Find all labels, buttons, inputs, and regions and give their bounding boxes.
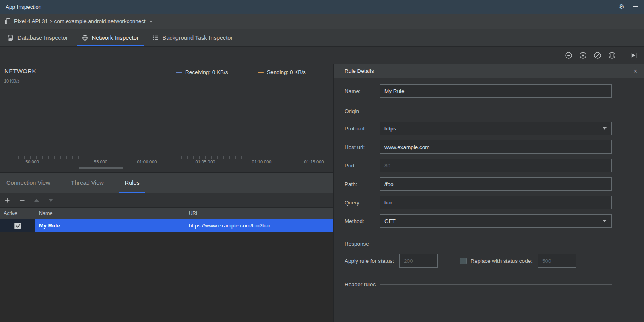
port-label: Port: xyxy=(345,163,380,169)
apply-status-label: Apply rule for status: xyxy=(345,258,394,264)
legend-receiving: Receiving: 0 KB/s xyxy=(176,69,228,75)
protocol-label: Protocol: xyxy=(345,126,380,132)
move-up-icon[interactable] xyxy=(34,199,39,202)
rule-name-cell[interactable]: My Rule xyxy=(35,219,185,232)
task-list-icon xyxy=(153,35,159,41)
rule-active-cell xyxy=(0,219,35,232)
timeline-scrollbar-thumb[interactable] xyxy=(79,167,123,169)
origin-section-label: Origin xyxy=(345,108,359,114)
device-process-bar: Pixel 4 API 31 > com.example.android.net… xyxy=(0,14,644,29)
device-icon xyxy=(5,18,11,25)
inspector-tab-bar: Database Inspector Network Inspector xyxy=(0,29,644,47)
titlebar: App Inspection ⚙ xyxy=(0,0,644,14)
add-rule-icon[interactable] xyxy=(4,198,10,203)
x-tick-label: 50.000 xyxy=(25,159,39,164)
legend-sending-label: Sending: 0 KB/s xyxy=(267,69,306,75)
remove-rule-icon[interactable] xyxy=(19,198,25,203)
method-row: Method: GET xyxy=(345,214,612,228)
chart-title: NETWORK xyxy=(4,68,36,74)
port-input[interactable] xyxy=(380,159,612,172)
header-rules-section-header: Header rules xyxy=(345,281,612,287)
status-code-row: Apply rule for status: Replace with stat… xyxy=(345,254,612,268)
host-row: Host url: xyxy=(345,140,612,154)
protocol-value: https xyxy=(384,126,396,132)
dropdown-arrow-icon xyxy=(603,127,607,130)
chevron-down-icon xyxy=(149,19,153,24)
tab-thread-view[interactable]: Thread View xyxy=(66,173,109,193)
database-icon xyxy=(7,35,14,41)
tab-network-inspector[interactable]: Network Inspector xyxy=(77,29,144,46)
replace-status-checkbox[interactable] xyxy=(460,258,467,264)
rules-table-empty-area xyxy=(0,232,333,322)
column-header-active[interactable]: Active xyxy=(0,208,35,219)
zoom-to-selection-icon[interactable] xyxy=(608,52,616,59)
section-divider xyxy=(364,111,612,111)
window-title: App Inspection xyxy=(6,4,41,10)
rule-details-title: Rule Details xyxy=(345,68,374,74)
column-header-name[interactable]: Name xyxy=(35,208,185,219)
toolbar-separator xyxy=(623,52,623,59)
path-label: Path: xyxy=(345,181,380,187)
section-divider xyxy=(380,284,612,285)
zoom-out-icon[interactable] xyxy=(565,52,572,59)
apply-status-input[interactable] xyxy=(399,254,438,268)
protocol-row: Protocol: https xyxy=(345,122,612,135)
response-section-header: Response xyxy=(345,241,612,247)
tab-label: Background Task Inspector xyxy=(163,35,233,41)
x-tick-label: 01:05.000 xyxy=(196,159,215,164)
zoom-in-icon[interactable] xyxy=(579,52,587,59)
view-tab-bar: Connection View Thread View Rules xyxy=(0,172,333,193)
response-section-label: Response xyxy=(345,241,369,247)
x-tick-label: 01:00.000 xyxy=(137,159,157,164)
rules-table-header: Active Name URL xyxy=(0,208,333,219)
protocol-dropdown[interactable]: https xyxy=(380,122,612,135)
gear-icon: ⚙ xyxy=(619,4,625,10)
origin-section-header: Origin xyxy=(345,108,612,114)
table-row[interactable]: My Rule https://www.example.com/foo?bar xyxy=(0,219,333,232)
replace-status-label: Replace with status code: xyxy=(471,258,533,264)
tab-label: Database Inspector xyxy=(17,35,68,41)
settings-button[interactable]: ⚙ xyxy=(619,4,625,10)
tab-database-inspector[interactable]: Database Inspector xyxy=(2,29,73,46)
rule-name: My Rule xyxy=(39,223,60,229)
query-row: Query: xyxy=(345,196,612,209)
reset-zoom-icon[interactable] xyxy=(594,52,601,59)
x-tick-label: 55.000 xyxy=(94,159,107,164)
tab-label: Network Inspector xyxy=(92,35,139,41)
tab-rules[interactable]: Rules xyxy=(119,173,145,193)
column-header-url[interactable]: URL xyxy=(185,208,333,219)
rules-toolbar xyxy=(0,193,333,208)
device-process-selector[interactable]: Pixel 4 API 31 > com.example.android.net… xyxy=(14,18,146,24)
rule-url-cell[interactable]: https://www.example.com/foo?bar xyxy=(185,219,333,232)
rule-active-checkbox[interactable] xyxy=(14,223,21,229)
go-live-icon[interactable] xyxy=(630,52,638,59)
close-icon[interactable]: × xyxy=(633,68,638,75)
rule-url: https://www.example.com/foo?bar xyxy=(189,223,270,229)
port-row: Port: xyxy=(345,159,612,172)
tab-connection-view[interactable]: Connection View xyxy=(1,173,56,193)
legend-sending: Sending: 0 KB/s xyxy=(258,69,306,75)
tab-background-task-inspector[interactable]: Background Task Inspector xyxy=(148,29,238,46)
network-panel: NETWORK 10 KB/s Receiving: 0 KB/s Sendin… xyxy=(0,64,334,322)
app-inspection-window: App Inspection ⚙ Pixel 4 API 31 > com.ex… xyxy=(0,0,644,322)
method-dropdown[interactable]: GET xyxy=(380,214,612,228)
y-axis-tick xyxy=(0,81,2,81)
move-down-icon[interactable] xyxy=(48,199,53,202)
query-input[interactable] xyxy=(380,196,612,209)
path-input[interactable] xyxy=(380,177,612,191)
globe-icon xyxy=(82,35,88,41)
replace-status-input[interactable] xyxy=(538,254,576,268)
header-rules-section-label: Header rules xyxy=(345,281,376,287)
query-label: Query: xyxy=(345,200,380,206)
legend-receiving-label: Receiving: 0 KB/s xyxy=(185,69,228,75)
sending-swatch-icon xyxy=(258,72,264,73)
host-input[interactable] xyxy=(380,140,612,154)
timeline-toolbar xyxy=(0,47,644,64)
section-divider xyxy=(374,244,612,244)
method-label: Method: xyxy=(345,218,380,224)
network-chart: NETWORK 10 KB/s Receiving: 0 KB/s Sendin… xyxy=(0,64,333,172)
rule-details-panel: Rule Details × Name: Origin Protocol: ht… xyxy=(334,64,644,322)
name-input[interactable] xyxy=(380,84,612,98)
minimize-button[interactable] xyxy=(633,6,638,7)
name-row: Name: xyxy=(345,84,612,98)
